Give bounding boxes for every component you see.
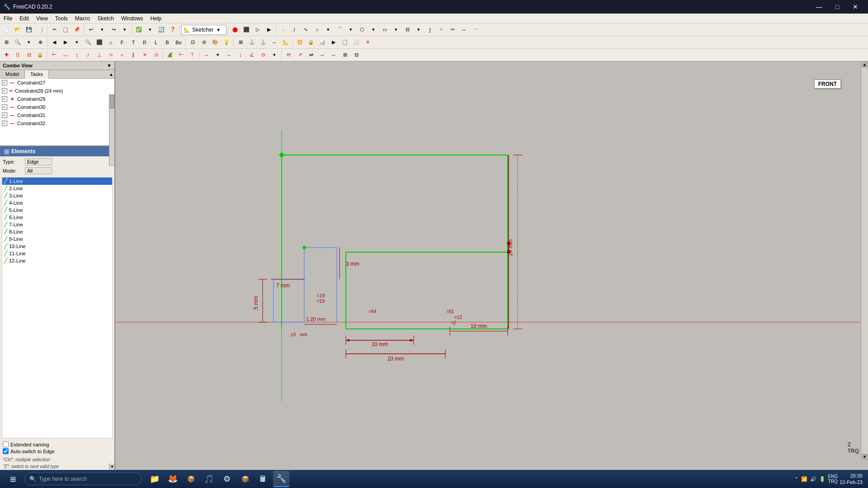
save-as-button[interactable]: 📑 (35, 24, 46, 35)
viewport[interactable]: 24 mm 10 mm 10 mm 10 mm 5 mm 3 mm (115, 61, 868, 470)
open-button[interactable]: 📂 (12, 24, 23, 35)
taskbar-app-firefox[interactable]: 🦊 (165, 471, 181, 487)
viewport-vscrollbar[interactable]: ▲ ▼ (861, 61, 868, 460)
cut-button[interactable]: ✂ (49, 24, 60, 35)
cb-29[interactable] (2, 96, 7, 102)
poly-btn[interactable]: ⬡ (357, 24, 368, 35)
poly-dropdown[interactable]: ▾ (368, 24, 379, 35)
constraint-item[interactable]: — Constraint30 (0, 103, 114, 111)
view-fit-btn[interactable]: ⊞ (1, 37, 12, 48)
minimize-button[interactable]: — (810, 0, 828, 14)
c-h-btn[interactable]: — (60, 50, 71, 61)
line-btn[interactable]: / (289, 24, 300, 35)
red-x-btn[interactable]: ✕ (362, 37, 373, 48)
element-item-12[interactable]: ╱ 12-Line (2, 257, 112, 264)
element-item-10[interactable]: ╱ 10-Line (2, 243, 112, 250)
c-v-btn[interactable]: | (71, 50, 82, 61)
front-btn[interactable]: F (117, 37, 127, 48)
element-item-3[interactable]: ╱ 3-Line (2, 192, 112, 199)
constraint-item[interactable]: ✕ Constraint29 (0, 95, 114, 103)
menu-file[interactable]: File (0, 14, 16, 23)
c-dropdown2[interactable]: ▾ (269, 50, 280, 61)
menu-macro[interactable]: Macro (71, 14, 94, 23)
taskbar-app-3[interactable]: 📦 (183, 471, 199, 487)
nav-back-btn[interactable]: ◀ (49, 37, 60, 48)
extended-naming-checkbox[interactable] (3, 441, 9, 447)
type-select[interactable]: Edge (25, 158, 52, 165)
c-rdim-btn[interactable]: ↔ (201, 50, 212, 61)
home-btn[interactable]: ⌂ (105, 37, 116, 48)
rect-btn[interactable]: ▭ (379, 24, 390, 35)
element-item-2[interactable]: ╱ 2-Line (2, 185, 112, 192)
taskbar-app-explorer[interactable]: 📁 (146, 471, 163, 487)
view-cursor-btn[interactable]: ⊕ (35, 37, 46, 48)
constraint-view-btn[interactable]: 🔒 (306, 37, 316, 48)
view-dropdown[interactable]: ▾ (24, 37, 34, 48)
red-circle-button[interactable]: ⬤ (230, 24, 241, 35)
undo-dropdown[interactable]: ▾ (97, 24, 108, 35)
c-raddim-btn[interactable]: ⊙ (258, 50, 269, 61)
constraint-item[interactable]: — Constraint31 (0, 111, 114, 119)
c-array2-btn[interactable]: ⊟ (351, 50, 362, 61)
taskbar-app-spotify[interactable]: 🎵 (201, 471, 217, 487)
slot-dropdown[interactable]: ▾ (413, 24, 424, 35)
refresh-button[interactable]: 🔄 (156, 24, 167, 35)
attach2-btn[interactable]: ⚓ (258, 37, 269, 48)
menu-help[interactable]: Help (147, 14, 165, 23)
point-btn[interactable]: · (278, 24, 288, 35)
spline-btn[interactable]: ∫ (425, 24, 435, 35)
cb-31[interactable] (2, 113, 7, 118)
copy-button[interactable]: 📋 (60, 24, 71, 35)
menu-tools[interactable]: Tools (52, 14, 71, 23)
search-bar[interactable]: 🔍 Type here to search (24, 473, 142, 485)
tray-chevron[interactable]: ⌃ (794, 476, 798, 482)
cb-27[interactable] (2, 80, 7, 85)
sidebar-scrollbar[interactable] (109, 94, 114, 166)
back-btn[interactable]: B (162, 37, 173, 48)
play-outline-button[interactable]: ▷ (252, 24, 263, 35)
split-btn[interactable]: ⋯ (470, 24, 481, 35)
element-item-8[interactable]: ╱ 8-Line (2, 228, 112, 235)
circle-dropdown[interactable]: ▾ (323, 24, 334, 35)
c-toggle-btn[interactable]: ⇌ (306, 50, 316, 61)
stop-button[interactable]: ⬛ (241, 24, 252, 35)
view-3d-dropdown[interactable]: ▾ (71, 37, 82, 48)
c-move-btn[interactable]: ↔ (328, 50, 339, 61)
cb-28[interactable] (2, 88, 7, 94)
element-item-11[interactable]: ╱ 11-Line (2, 250, 112, 257)
play-button[interactable]: ▶ (264, 24, 274, 35)
undo-button[interactable]: ↩ (85, 24, 96, 35)
c-hv-btn[interactable]: ⊢ (49, 50, 60, 61)
arc-dropdown[interactable]: ▾ (345, 24, 356, 35)
animate-btn[interactable]: ▶ (328, 37, 339, 48)
element-item-1[interactable]: ╱ 1-Line (2, 178, 112, 185)
new-button[interactable]: 📄 (1, 24, 12, 35)
c-valign-btn[interactable]: ⊤ (187, 50, 198, 61)
redo-button[interactable]: ↪ (108, 24, 119, 35)
close-sketch-btn[interactable]: 📐 (280, 37, 291, 48)
c-lock-btn[interactable]: 🔒 (35, 50, 46, 61)
sidebar-scroll-up[interactable]: ▲ (108, 71, 114, 77)
menu-sketch[interactable]: Sketch (94, 14, 118, 23)
view-zoom-btn[interactable]: 🔍 (12, 37, 23, 48)
c-lock2-btn[interactable]: 🔏 (165, 50, 175, 61)
top-btn[interactable]: T (128, 37, 139, 48)
c-tang-btn[interactable]: ∿ (105, 50, 116, 61)
maximize-button[interactable]: □ (828, 0, 846, 14)
cb-30[interactable] (2, 104, 7, 110)
c-vdim-btn[interactable]: ↕ (235, 50, 246, 61)
c-copy-btn[interactable]: ↔ (317, 50, 328, 61)
element-item-9[interactable]: ╱ 9-Line (2, 235, 112, 243)
curve-btn[interactable]: ∿ (300, 24, 311, 35)
combo-view-collapse[interactable]: ▼ (107, 63, 112, 68)
cb-32[interactable] (2, 121, 7, 126)
trim-btn[interactable]: ✂ (447, 24, 458, 35)
render-btn[interactable]: 💡 (221, 37, 232, 48)
c-equal-btn[interactable]: = (117, 50, 127, 61)
attach-btn[interactable]: ⚓ (246, 37, 257, 48)
constraint-item[interactable]: — Constraint27 (0, 79, 114, 87)
c-perp-btn[interactable]: ⊥ (94, 50, 105, 61)
tray-volume[interactable]: 🔊 (810, 476, 816, 482)
param-btn[interactable]: 📊 (317, 37, 328, 48)
vscroll-down-arrow[interactable]: ▼ (862, 454, 868, 460)
